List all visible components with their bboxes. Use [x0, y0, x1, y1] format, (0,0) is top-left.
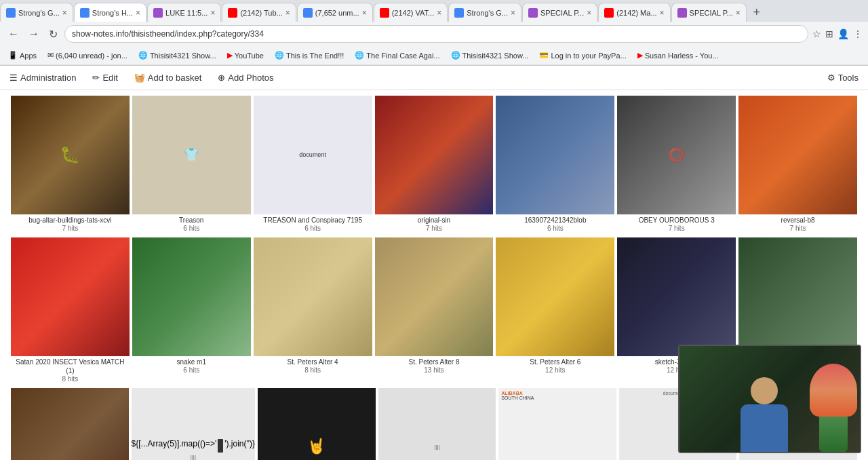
gallery-thumb [496, 237, 614, 356]
list-item[interactable]: document TREASON and Conspiracy 7195 6 h… [254, 96, 372, 232]
list-item[interactable]: ${[...Array(5)].map(()=>'').join('')} ||… [132, 388, 256, 460]
gallery-item-label: reversal-b8 [781, 216, 815, 225]
forward-button[interactable]: → [26, 26, 42, 41]
gallery-thumb [375, 237, 494, 356]
gallery-item-hits: 8 hits [62, 375, 78, 383]
tab-6[interactable]: (2142) VAT... × [374, 3, 448, 22]
tab-1[interactable]: Strong's G... × [0, 3, 73, 22]
tab-bar: Strong's G... × Strong's H... × LUKE 11:… [0, 0, 868, 22]
tab-close-7[interactable]: × [511, 8, 515, 18]
list-item[interactable]: St. Peters Alter 8 13 hits [375, 237, 494, 383]
bookmark-email[interactable]: ✉ (6,040 unread) - jon... [45, 50, 130, 60]
profile-icon[interactable]: 👤 [837, 28, 849, 39]
add-to-basket-button[interactable]: 🧺 Add to basket [130, 71, 206, 84]
video-content [679, 346, 860, 452]
gallery-item-hits: 13 hits [424, 366, 443, 374]
bookmark-youtube[interactable]: ▶ YouTube [224, 50, 267, 60]
tab-close-5[interactable]: × [362, 8, 367, 18]
list-item[interactable]: 🐛 bug-altar-buildings-tats-xcvi 7 hits [11, 96, 130, 232]
url-bar[interactable]: show-notes.info/thisistheend/index.php?c… [64, 25, 808, 43]
list-item[interactable]: St. Peters Alter 6 12 hits [496, 237, 614, 383]
list-item[interactable]: 1639072421342blob 6 hits [496, 96, 614, 232]
administration-button[interactable]: ☰ Administration [5, 71, 80, 84]
gallery-thumb: ${[...Array(5)].map(()=>'').join('')} ||… [132, 388, 256, 460]
site2-icon: 🌐 [275, 51, 284, 60]
tab-9[interactable]: (2142) Ma... × [598, 3, 670, 22]
gallery-thumb: 👕 [132, 96, 251, 214]
tab-7[interactable]: Strong's G... × [448, 3, 521, 22]
tools-icon: ⚙ [827, 73, 835, 83]
bookmark-susan[interactable]: ▶ Susan Harless - You... [635, 50, 722, 60]
address-bar: ← → ↻ show-notes.info/thisistheend/index… [0, 22, 868, 46]
list-item[interactable]: ALIBABA SOUTH CHINA ALIBABA also OWNS th… [498, 388, 616, 460]
list-item[interactable]: 👕 Treason 6 hits [132, 96, 251, 232]
tab-title-8: SPECIAL P... [540, 9, 584, 17]
tab-4[interactable]: (2142) Tub... × [222, 3, 296, 22]
list-item[interactable]: throne-l4 8 hits [11, 388, 129, 460]
video-overlay[interactable] [678, 345, 861, 453]
bookmark-site2[interactable]: 🌐 This is The End!!! [272, 50, 347, 60]
tab-3[interactable]: LUKE 11:5... × [147, 3, 221, 22]
email-icon: ✉ [47, 51, 54, 60]
url-text: show-notes.info/thisistheend/index.php?c… [72, 29, 801, 39]
bookmark-icon[interactable]: ☆ [812, 28, 821, 39]
administration-label: Administration [20, 73, 76, 83]
add-photos-button[interactable]: ⊕ Add Photos [214, 71, 277, 84]
tab-favicon-6 [380, 8, 389, 18]
refresh-button[interactable]: ↻ [46, 26, 60, 42]
tab-10[interactable]: SPECIAL P... × [671, 3, 747, 22]
site4-icon: 🌐 [451, 51, 460, 60]
tools-button[interactable]: ⚙ Tools [823, 71, 863, 84]
extension-icon[interactable]: ⊞ [825, 28, 833, 39]
tab-close-8[interactable]: × [587, 8, 591, 18]
browser-chrome: Strong's G... × Strong's H... × LUKE 11:… [0, 0, 868, 66]
site3-icon: 🌐 [355, 51, 364, 60]
gallery-thumb [738, 237, 857, 356]
list-item[interactable]: ⭕ OBEY OUROBOROUS 3 7 hits [617, 96, 736, 232]
list-item[interactable]: original-sin 7 hits [375, 96, 494, 232]
list-item[interactable]: reversal-b8 7 hits [738, 96, 857, 232]
bookmark-site3[interactable]: 🌐 The Final Case Agai... [352, 50, 442, 60]
video-flowers [810, 364, 857, 452]
list-item[interactable]: 🤘 1641592294519blob 9 hits [258, 388, 376, 460]
gallery-item-label: St. Peters Alter 6 [530, 358, 580, 366]
tab-close-6[interactable]: × [437, 8, 441, 18]
tab-close-10[interactable]: × [736, 8, 741, 18]
gallery-thumb: 🤘 [258, 388, 376, 460]
tab-close-2[interactable]: × [136, 8, 140, 18]
tools-label: Tools [838, 73, 859, 83]
tab-title-9: (2142) Ma... [616, 9, 656, 17]
bookmark-apps[interactable]: 📱 Apps [5, 50, 39, 60]
tab-8[interactable]: SPECIAL P... × [522, 3, 597, 22]
bookmark-site4[interactable]: 🌐 Thisisit4321 Show... [448, 50, 532, 60]
tab-favicon-10 [677, 8, 687, 18]
tab-title-5: (7,652 unm... [315, 9, 359, 17]
menu-icon[interactable]: ⋮ [853, 28, 863, 39]
page-toolbar: ☰ Administration ✏ Edit 🧺 Add to basket … [0, 66, 868, 90]
gallery-row-1: 🐛 bug-altar-buildings-tats-xcvi 7 hits 👕… [11, 96, 857, 232]
gallery-thumb [11, 237, 130, 356]
tab-close-3[interactable]: × [210, 8, 215, 18]
gallery-item-label: TREASON and Conspiracy 7195 [263, 216, 362, 225]
bookmark-site1[interactable]: 🌐 Thisisit4321 Show... [136, 50, 219, 60]
tab-title-1: Strong's G... [18, 9, 60, 17]
bookmark-email-label: (6,040 unread) - jon... [56, 52, 127, 60]
back-button[interactable]: ← [5, 26, 22, 41]
tab-2[interactable]: Strong's H... × [74, 3, 146, 22]
list-item[interactable]: |||| 1641592247028blob 7 hits [378, 388, 496, 460]
tab-close-4[interactable]: × [285, 8, 290, 18]
gallery-item-label: St. Peters Alter 4 [288, 358, 338, 366]
tab-favicon-1 [6, 8, 16, 18]
list-item[interactable]: St. Peters Alter 4 8 hits [254, 237, 372, 383]
address-icons: ☆ ⊞ 👤 ⋮ [812, 28, 863, 39]
tab-close-9[interactable]: × [660, 8, 665, 18]
tab-close-1[interactable]: × [62, 8, 67, 18]
tab-5[interactable]: (7,652 unm... × [297, 3, 373, 22]
edit-button[interactable]: ✏ Edit [88, 71, 121, 84]
bookmark-paypal[interactable]: 💳 Log in to your PayPa... [536, 50, 629, 60]
list-item[interactable]: Satan 2020 INSECT Vesica MATCH (1) 8 hit… [11, 237, 130, 383]
tab-favicon-2 [80, 8, 90, 18]
list-item[interactable]: snake m1 6 hits [132, 237, 251, 383]
basket-icon: 🧺 [134, 73, 145, 83]
new-tab-button[interactable]: + [747, 3, 766, 22]
